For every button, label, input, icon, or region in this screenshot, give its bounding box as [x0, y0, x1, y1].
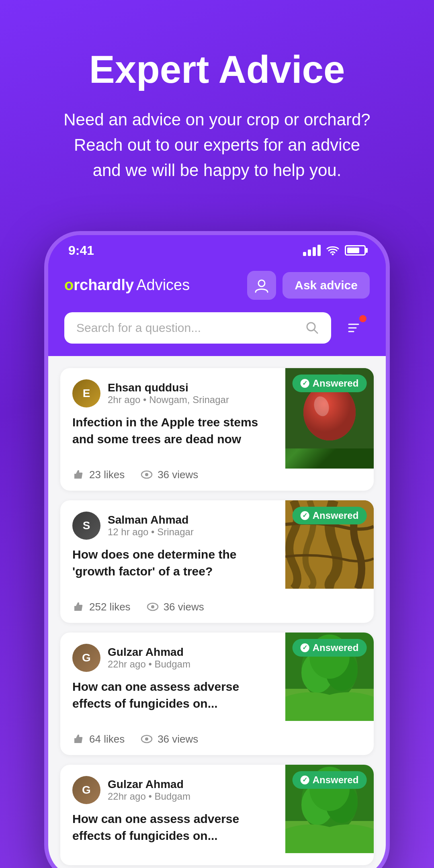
- likes-stat: 23 likes: [72, 469, 125, 481]
- card-image: ✓ Answered: [285, 633, 374, 733]
- search-bar[interactable]: Search for a question...: [64, 312, 331, 344]
- answered-badge: ✓ Answered: [293, 507, 367, 524]
- views-stat: 36 views: [147, 601, 204, 613]
- user-time-location: 22hr ago • Budgam: [108, 659, 190, 670]
- views-count: 36 views: [158, 733, 198, 745]
- card-footer: 64 likes 36 views: [60, 733, 374, 755]
- phone-frame: 9:41: [44, 231, 390, 868]
- search-icon: [305, 321, 319, 335]
- app-header: orchardly Advices Ask advice: [48, 263, 386, 312]
- svg-point-25: [145, 737, 148, 741]
- avatar: G: [72, 644, 100, 672]
- svg-point-16: [151, 605, 154, 608]
- phone-mockup: 9:41: [44, 231, 390, 868]
- question-text: How can one assess adverse effects of fu…: [72, 678, 273, 712]
- question-text: How can one assess adverse effects of fu…: [72, 811, 273, 844]
- status-icons: [303, 245, 366, 256]
- question-text: How does one determine the 'growth facto…: [72, 546, 273, 580]
- user-name: Gulzar Ahmad: [108, 778, 190, 791]
- answered-badge: ✓ Answered: [293, 375, 367, 392]
- hero-section: Expert Advice Need an advice on your cro…: [0, 0, 434, 207]
- hero-subtitle: Need an advice on your crop or orchard? …: [60, 107, 374, 183]
- profile-icon-button[interactable]: [247, 271, 276, 300]
- likes-count: 252 likes: [89, 601, 131, 613]
- views-stat: 36 views: [141, 469, 198, 481]
- status-time: 9:41: [68, 243, 94, 258]
- avatar: S: [72, 512, 100, 540]
- user-info: S Salman Ahmad 12 hr ago • Srinagar: [72, 512, 273, 540]
- views-icon: [141, 469, 153, 481]
- search-section: Search for a question...: [48, 312, 386, 356]
- question-card[interactable]: G Gulzar Ahmad 22hr ago • Budgam How can…: [60, 765, 374, 865]
- views-icon: [147, 601, 159, 613]
- question-card[interactable]: S Salman Ahmad 12 hr ago • Srinagar How …: [60, 500, 374, 623]
- answered-badge: ✓ Answered: [293, 771, 367, 789]
- user-info: G Gulzar Ahmad 22hr ago • Budgam: [72, 644, 273, 672]
- content-area: E Ehsan quddusi 2hr ago • Nowgam, Srinag…: [48, 356, 386, 868]
- battery-icon: [345, 245, 366, 256]
- views-stat: 36 views: [141, 733, 198, 745]
- user-time-location: 2hr ago • Nowgam, Srinagar: [108, 394, 229, 405]
- likes-count: 64 likes: [89, 733, 125, 745]
- filter-button[interactable]: [338, 312, 370, 344]
- answered-badge: ✓ Answered: [293, 639, 367, 657]
- avatar: E: [72, 379, 100, 407]
- question-card[interactable]: E Ehsan quddusi 2hr ago • Nowgam, Srinag…: [60, 368, 374, 491]
- hero-title: Expert Advice: [32, 48, 402, 91]
- ask-advice-button[interactable]: Ask advice: [283, 272, 370, 299]
- user-name: Salman Ahmad: [108, 514, 194, 526]
- like-icon: [72, 601, 84, 613]
- like-icon: [72, 469, 84, 481]
- filter-notification-dot: [359, 315, 366, 322]
- user-info: G Gulzar Ahmad 22hr ago • Budgam: [72, 776, 273, 804]
- card-image: ✓ Answered: [285, 500, 374, 601]
- question-text: Infection in the Apple tree stems and so…: [72, 414, 273, 448]
- svg-point-12: [145, 473, 148, 476]
- card-footer: 23 likes 36 views: [60, 469, 374, 491]
- like-icon: [72, 733, 84, 745]
- page-title: Advices: [136, 276, 190, 294]
- logo-text: orchardly: [64, 276, 134, 294]
- phone-notch: [165, 235, 269, 254]
- app-logo: orchardly Advices: [64, 276, 190, 294]
- user-time-location: 12 hr ago • Srinagar: [108, 526, 194, 538]
- svg-point-8: [303, 384, 356, 440]
- views-icon: [141, 733, 153, 745]
- filter-icon: [346, 321, 361, 335]
- profile-icon: [254, 278, 269, 293]
- likes-stat: 64 likes: [72, 733, 125, 745]
- card-image: ✓ Answered: [285, 765, 374, 865]
- avatar: G: [72, 776, 100, 804]
- wifi-icon: [326, 246, 339, 255]
- question-card[interactable]: G Gulzar Ahmad 22hr ago • Budgam How can…: [60, 633, 374, 755]
- search-input[interactable]: Search for a question...: [76, 321, 299, 335]
- svg-point-0: [332, 254, 334, 256]
- views-count: 36 views: [158, 469, 198, 481]
- likes-stat: 252 likes: [72, 601, 131, 613]
- user-name: Gulzar Ahmad: [108, 646, 190, 659]
- header-actions: Ask advice: [247, 271, 370, 300]
- user-time-location: 22hr ago • Budgam: [108, 791, 190, 802]
- likes-count: 23 likes: [89, 469, 125, 481]
- svg-point-1: [258, 280, 265, 287]
- card-image: ✓ Answered: [285, 368, 374, 469]
- views-count: 36 views: [164, 601, 204, 613]
- user-info: E Ehsan quddusi 2hr ago • Nowgam, Srinag…: [72, 379, 273, 407]
- user-name: Ehsan quddusi: [108, 381, 229, 394]
- signal-icon: [303, 245, 321, 256]
- card-footer: 252 likes 36 views: [60, 601, 374, 623]
